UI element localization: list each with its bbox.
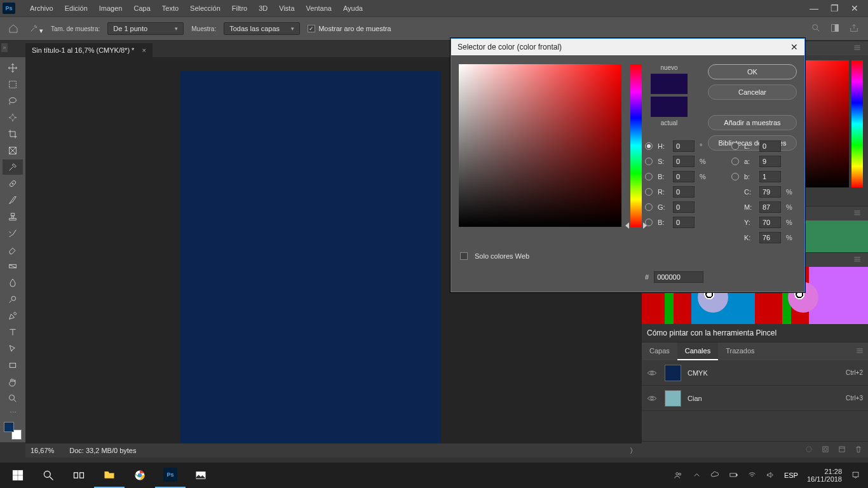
panel-collapse-handle[interactable]: » xyxy=(1,43,8,52)
sample-select[interactable]: Todas las capas xyxy=(224,22,300,35)
language-indicator[interactable]: ESP xyxy=(784,471,798,479)
radio-h[interactable] xyxy=(645,142,653,150)
eyedropper-tool-icon[interactable]: ▾ xyxy=(29,23,43,35)
people-icon[interactable] xyxy=(674,470,683,481)
menu-vista[interactable]: Vista xyxy=(273,0,300,17)
visibility-icon[interactable] xyxy=(647,369,658,377)
input-hex[interactable]: 000000 xyxy=(654,271,703,283)
battery-icon[interactable] xyxy=(729,470,738,481)
current-color-swatch[interactable] xyxy=(651,97,688,117)
document-tab[interactable]: Sin título-1 al 16,7% (CMYK/8*) *× xyxy=(25,43,153,57)
start-button[interactable] xyxy=(3,463,33,488)
hue-slider[interactable] xyxy=(630,64,642,227)
input-c[interactable]: 79 xyxy=(759,186,781,198)
photoshop-taskbar-icon[interactable]: Ps xyxy=(155,463,186,488)
dialog-titlebar[interactable]: Selector de color (color frontal) ✕ xyxy=(451,39,804,55)
frame-tool[interactable] xyxy=(3,143,23,158)
artboard[interactable] xyxy=(180,71,441,443)
add-swatch-button[interactable]: Añadir a muestras xyxy=(708,115,797,130)
sample-size-select[interactable]: De 1 punto xyxy=(107,22,184,35)
eyedropper-tool[interactable] xyxy=(3,159,23,175)
menu-filtro[interactable]: Filtro xyxy=(226,0,253,17)
visibility-icon[interactable] xyxy=(647,395,658,402)
close-tab-icon[interactable]: × xyxy=(142,46,146,54)
radio-b-rgb[interactable] xyxy=(645,219,653,226)
input-y[interactable]: 70 xyxy=(759,217,781,228)
zoom-tool[interactable] xyxy=(3,391,23,406)
foreground-background-colors[interactable] xyxy=(4,422,22,440)
share-icon[interactable] xyxy=(849,23,859,34)
ok-button[interactable]: OK xyxy=(708,64,797,79)
saturation-brightness-field[interactable] xyxy=(459,64,621,227)
menu-ventana[interactable]: Ventana xyxy=(301,0,337,17)
window-close[interactable]: ✕ xyxy=(850,4,859,13)
tab-capas[interactable]: Capas xyxy=(642,342,677,360)
input-r[interactable]: 0 xyxy=(673,186,695,198)
tab-trazados[interactable]: Trazados xyxy=(718,342,762,360)
stamp-tool[interactable] xyxy=(3,209,23,224)
panel-menu-icon[interactable] xyxy=(853,255,862,265)
lasso-tool[interactable] xyxy=(3,93,23,109)
input-s[interactable]: 0 xyxy=(673,156,695,167)
channel-row-cmyk[interactable]: CMYK Ctrl+2 xyxy=(642,360,868,386)
file-explorer-icon[interactable] xyxy=(94,463,125,488)
clock[interactable]: 21:2816/11/2018 xyxy=(807,468,842,483)
move-tool[interactable] xyxy=(3,60,23,76)
photos-icon[interactable] xyxy=(186,463,216,488)
new-channel-icon[interactable] xyxy=(837,445,846,455)
show-ring-checkbox[interactable]: ✓Mostrar aro de muestra xyxy=(308,25,391,32)
menu-ayuda[interactable]: Ayuda xyxy=(337,0,369,17)
pen-tool[interactable] xyxy=(3,308,23,323)
healing-tool[interactable] xyxy=(3,176,23,191)
crop-tool[interactable] xyxy=(3,126,23,142)
radio-s[interactable] xyxy=(645,158,653,165)
edit-toolbar[interactable]: ⋯ xyxy=(3,407,23,417)
menu-archivo[interactable]: Archivo xyxy=(24,0,59,17)
menu-3d[interactable]: 3D xyxy=(253,0,273,17)
gradient-tool[interactable] xyxy=(3,259,23,274)
menu-capa[interactable]: Capa xyxy=(128,0,156,17)
quick-select-tool[interactable] xyxy=(3,110,23,125)
tray-up-icon[interactable] xyxy=(692,470,702,481)
wifi-icon[interactable] xyxy=(747,470,757,481)
chrome-icon[interactable] xyxy=(125,463,155,488)
tab-canales[interactable]: Canales xyxy=(677,342,718,360)
input-l[interactable]: 0 xyxy=(759,140,781,152)
radio-a[interactable] xyxy=(731,158,739,165)
cancel-button[interactable]: Cancelar xyxy=(708,85,797,100)
search-icon[interactable] xyxy=(811,23,821,34)
hue-strip-panel[interactable] xyxy=(851,60,863,187)
workspace-icon[interactable] xyxy=(830,23,840,34)
input-h[interactable]: 0 xyxy=(673,140,695,152)
brush-tool[interactable] xyxy=(3,193,23,208)
panel-menu-icon[interactable] xyxy=(853,208,862,219)
hand-tool[interactable] xyxy=(3,374,23,390)
channel-row-cian[interactable]: Cian Ctrl+3 xyxy=(642,386,868,411)
search-taskbar-icon[interactable] xyxy=(33,463,64,488)
menu-imagen[interactable]: Imagen xyxy=(93,0,128,17)
input-a[interactable]: 9 xyxy=(759,156,781,167)
window-restore[interactable]: ❐ xyxy=(830,4,839,13)
home-icon[interactable] xyxy=(5,20,22,37)
blur-tool[interactable] xyxy=(3,275,23,290)
radio-g[interactable] xyxy=(645,203,653,211)
zoom-readout[interactable]: 16,67% xyxy=(31,447,54,454)
input-g[interactable]: 0 xyxy=(673,201,695,213)
load-selection-icon[interactable] xyxy=(804,445,813,455)
input-b-rgb[interactable]: 0 xyxy=(673,217,695,228)
menu-seleccion[interactable]: Selección xyxy=(184,0,226,17)
menu-texto[interactable]: Texto xyxy=(156,0,184,17)
dialog-close-icon[interactable]: ✕ xyxy=(790,42,798,52)
eraser-tool[interactable] xyxy=(3,242,23,257)
marquee-tool[interactable] xyxy=(3,77,23,92)
input-b-hsb[interactable]: 0 xyxy=(673,171,695,182)
taskview-icon[interactable] xyxy=(64,463,94,488)
path-select-tool[interactable] xyxy=(3,341,23,356)
volume-icon[interactable] xyxy=(766,470,775,481)
rectangle-tool[interactable] xyxy=(3,358,23,373)
panel-menu-icon[interactable] xyxy=(851,342,868,360)
radio-b-lab[interactable] xyxy=(731,173,739,180)
radio-l[interactable] xyxy=(731,142,739,150)
window-minimize[interactable]: ― xyxy=(810,4,818,13)
radio-b-hsb[interactable] xyxy=(645,173,653,180)
